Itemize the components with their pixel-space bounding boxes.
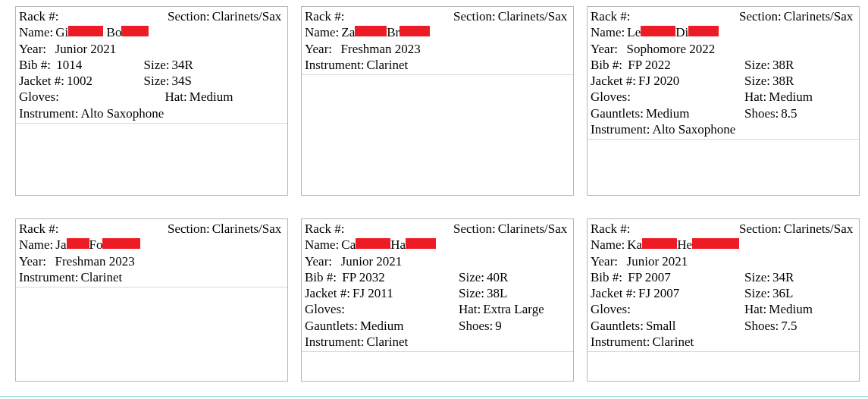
uniform-card: Rack #: Section:Clarinets/Sax Name:CaHa … bbox=[301, 218, 574, 382]
uniform-card: Rack #: Section:Clarinets/Sax Name:ZaBr … bbox=[301, 6, 574, 196]
rack-label: Rack #: bbox=[305, 8, 346, 24]
name-pre: Le bbox=[627, 24, 641, 40]
jacket-size: 34S bbox=[172, 73, 192, 89]
instrument-label: Instrument: bbox=[305, 334, 366, 350]
year-label: Year: bbox=[19, 253, 49, 269]
jacket-value: FJ 2007 bbox=[638, 285, 679, 301]
jacket-label: Jacket #: bbox=[591, 73, 638, 89]
jacket-value: FJ 2020 bbox=[638, 73, 679, 89]
redaction bbox=[121, 26, 149, 36]
name-mid: Fo bbox=[89, 237, 103, 253]
section-label: Section: bbox=[739, 8, 784, 24]
redaction bbox=[400, 26, 430, 36]
cards-grid: Rack #: Section:Clarinets/Sax Name:Gi Bo… bbox=[15, 6, 853, 382]
redaction bbox=[355, 26, 387, 36]
name-pre: Ka bbox=[627, 237, 642, 253]
shoes-label: Shoes: bbox=[744, 318, 781, 334]
redaction bbox=[356, 238, 390, 249]
shoes-value: 9 bbox=[495, 318, 502, 334]
name-mid: Ha bbox=[390, 237, 406, 253]
redaction bbox=[641, 26, 675, 36]
year-value: Freshman 2023 bbox=[55, 253, 135, 269]
year-label: Year: bbox=[305, 41, 334, 57]
shoes-value: 7.5 bbox=[781, 318, 797, 334]
bib-size: 38R bbox=[772, 57, 794, 73]
year-value: Junior 2021 bbox=[55, 41, 117, 57]
year-value: Junior 2021 bbox=[627, 253, 688, 269]
name-mid: Bo bbox=[107, 24, 122, 40]
name-mid: Br bbox=[387, 24, 400, 40]
redaction bbox=[102, 238, 140, 249]
section-value: Clarinets/Sax bbox=[498, 221, 568, 237]
name-mid: He bbox=[677, 237, 692, 253]
instrument-label: Instrument: bbox=[305, 57, 366, 73]
section-value: Clarinets/Sax bbox=[212, 221, 282, 237]
instrument-label: Instrument: bbox=[591, 334, 652, 350]
bib-label: Bib #: bbox=[305, 269, 339, 285]
section-label: Section: bbox=[168, 221, 212, 237]
gauntlets-label: Gauntlets: bbox=[591, 105, 646, 121]
hat-value: Medium bbox=[769, 89, 813, 105]
year-value: Freshman 2023 bbox=[341, 41, 421, 57]
hat-label: Hat: bbox=[165, 89, 190, 105]
section-label: Section: bbox=[739, 221, 784, 237]
shoes-label: Shoes: bbox=[459, 318, 495, 334]
name-pre: Ca bbox=[341, 237, 356, 253]
gauntlets-label: Gauntlets: bbox=[305, 318, 360, 334]
instrument-label: Instrument: bbox=[19, 269, 80, 285]
gauntlets-value: Medium bbox=[360, 318, 404, 334]
bib-value: 1014 bbox=[56, 57, 82, 73]
name-label: Name: bbox=[591, 237, 627, 253]
gauntlets-value: Small bbox=[646, 318, 676, 334]
name-mid: Di bbox=[675, 24, 688, 40]
hat-label: Hat: bbox=[459, 301, 483, 317]
hat-label: Hat: bbox=[744, 89, 769, 105]
name-label: Name: bbox=[305, 24, 341, 40]
size-label: Size: bbox=[144, 73, 172, 89]
section-value: Clarinets/Sax bbox=[784, 8, 854, 24]
hat-label: Hat: bbox=[744, 301, 769, 317]
size-label: Size: bbox=[744, 57, 772, 73]
year-label: Year: bbox=[591, 253, 620, 269]
hat-value: Medium bbox=[769, 301, 813, 317]
size-label: Size: bbox=[744, 73, 772, 89]
redaction bbox=[688, 26, 719, 36]
gauntlets-label: Gauntlets: bbox=[591, 318, 646, 334]
instrument-label: Instrument: bbox=[591, 121, 652, 137]
bib-label: Bib #: bbox=[19, 57, 53, 73]
uniform-card: Rack #: Section:Clarinets/Sax Name:KaHe … bbox=[587, 218, 860, 382]
section-label: Section: bbox=[168, 8, 212, 24]
size-label: Size: bbox=[459, 285, 487, 301]
jacket-size: 38R bbox=[772, 73, 794, 89]
year-value: Sophomore 2022 bbox=[627, 41, 716, 57]
year-label: Year: bbox=[305, 253, 334, 269]
gloves-label: Gloves: bbox=[305, 301, 347, 317]
gloves-label: Gloves: bbox=[19, 89, 61, 105]
jacket-size: 38L bbox=[487, 285, 507, 301]
redaction bbox=[67, 238, 89, 249]
jacket-size: 36L bbox=[772, 285, 793, 301]
gloves-label: Gloves: bbox=[591, 89, 633, 105]
instrument-value: Clarinet bbox=[366, 334, 408, 350]
year-value: Junior 2021 bbox=[341, 253, 403, 269]
bib-size: 40R bbox=[487, 269, 508, 285]
size-label: Size: bbox=[744, 285, 772, 301]
rack-label: Rack #: bbox=[591, 221, 632, 237]
jacket-label: Jacket #: bbox=[19, 73, 67, 89]
size-label: Size: bbox=[744, 269, 772, 285]
name-label: Name: bbox=[19, 24, 55, 40]
bib-label: Bib #: bbox=[591, 269, 625, 285]
name-label: Name: bbox=[305, 237, 341, 253]
year-label: Year: bbox=[19, 41, 49, 57]
bib-value: FP 2007 bbox=[628, 269, 671, 285]
instrument-value: Clarinet bbox=[652, 334, 694, 350]
bib-value: FP 2022 bbox=[628, 57, 671, 73]
jacket-label: Jacket #: bbox=[305, 285, 353, 301]
bib-size: 34R bbox=[172, 57, 193, 73]
instrument-value: Alto Saxophone bbox=[652, 121, 735, 137]
redaction bbox=[692, 238, 739, 249]
uniform-card: Rack #: Section:Clarinets/Sax Name:LeDi … bbox=[587, 6, 860, 196]
section-value: Clarinets/Sax bbox=[784, 221, 854, 237]
shoes-value: 8.5 bbox=[781, 105, 797, 121]
hat-value: Medium bbox=[190, 89, 233, 105]
